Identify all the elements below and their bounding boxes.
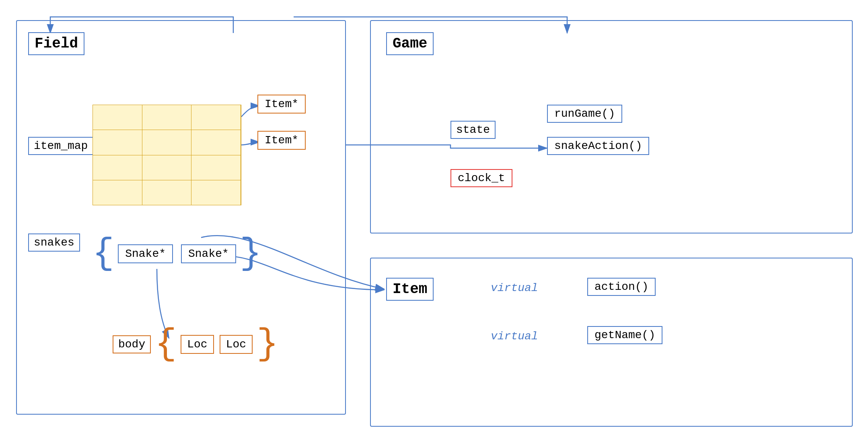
field-title: Field: [28, 32, 84, 55]
snake-action-box: snakeAction(): [547, 137, 649, 155]
grid-table: [93, 105, 241, 205]
item-star-2: Item*: [257, 131, 306, 150]
body-area: body { Loc Loc }: [113, 326, 278, 362]
state-label: state: [450, 121, 496, 139]
loc-boxes: Loc Loc: [181, 335, 253, 354]
snake2-box: Snake*: [181, 244, 236, 263]
get-name-box: getName(): [587, 326, 662, 344]
open-brace-orange: {: [155, 326, 177, 362]
clock-t-box: clock_t: [450, 169, 512, 187]
snakes-label: snakes: [28, 233, 80, 252]
item-class-title: Item: [386, 278, 434, 301]
virtual-keyword-1: virtual: [491, 282, 538, 294]
action-box: action(): [587, 278, 656, 296]
game-box: [370, 20, 853, 233]
item-map-label: item_map: [28, 137, 93, 155]
loc2-box: Loc: [220, 335, 253, 354]
snake-boxes: Snake* Snake*: [114, 244, 240, 263]
close-brace-blue: }: [240, 235, 261, 272]
body-label: body: [113, 335, 151, 353]
item-star-1: Item*: [257, 95, 306, 114]
snakes-braces: { Snake* Snake* }: [93, 231, 261, 276]
open-brace-blue: {: [93, 235, 114, 272]
virtual-keyword-2: virtual: [491, 330, 538, 343]
grid: [93, 105, 241, 205]
diagram: Field item_map Item* Item* snakes { Snak…: [8, 8, 860, 434]
close-brace-orange: }: [257, 326, 278, 362]
loc1-box: Loc: [181, 335, 214, 354]
game-title: Game: [386, 32, 434, 55]
run-game-box: runGame(): [547, 105, 622, 123]
snake1-box: Snake*: [118, 244, 173, 263]
